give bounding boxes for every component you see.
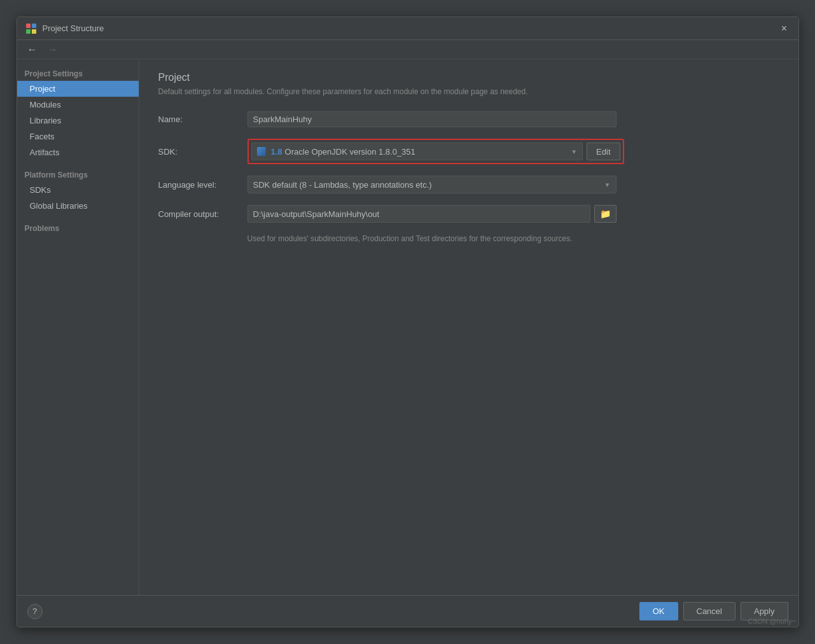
content-area: Project Settings Project Modules Librari… (17, 59, 798, 595)
svg-rect-1 (32, 24, 36, 28)
help-button[interactable]: ? (27, 604, 43, 619)
main-panel: Project Default settings for all modules… (139, 59, 798, 595)
sdk-label: SDK: (158, 147, 247, 157)
language-dropdown[interactable]: SDK default (8 - Lambdas, type annotatio… (247, 176, 616, 193)
output-row: Compiler output: 📁 (158, 205, 779, 223)
language-control: SDK default (8 - Lambdas, type annotatio… (247, 176, 616, 193)
section-title: Project (158, 72, 779, 83)
sdk-icon (257, 147, 266, 156)
language-value: SDK default (8 - Lambdas, type annotatio… (253, 180, 432, 190)
platform-settings-label: Platform Settings (17, 163, 139, 182)
problems-label: Problems (17, 216, 139, 235)
sidebar-item-project[interactable]: Project (17, 81, 139, 97)
close-button[interactable]: × (778, 22, 791, 35)
sidebar-item-artifacts[interactable]: Artifacts (17, 144, 139, 160)
output-note: Used for modules' subdirectories, Produc… (247, 234, 779, 243)
sidebar-item-facets[interactable]: Facets (17, 129, 139, 144)
dialog-title: Project Structure (43, 24, 104, 33)
name-control (247, 111, 616, 127)
watermark: CSDN @huhy~ (748, 617, 796, 625)
sdk-chevron-icon: ▼ (571, 148, 577, 155)
folder-button[interactable]: 📁 (594, 205, 616, 223)
sdk-wrapper: 1.8 Oracle OpenJDK version 1.8.0_351 ▼ E… (247, 139, 624, 164)
name-input[interactable] (247, 111, 616, 127)
app-icon (25, 22, 38, 35)
footer-left: ? (27, 604, 43, 619)
svg-rect-3 (32, 29, 36, 34)
sidebar: Project Settings Project Modules Librari… (17, 59, 139, 595)
sidebar-item-libraries[interactable]: Libraries (17, 113, 139, 129)
sdk-row: SDK: 1.8 Oracle OpenJDK version 1.8.0_35… (158, 139, 779, 164)
sdk-version-badge: 1.8 (271, 147, 282, 157)
sdk-select-text: 1.8 Oracle OpenJDK version 1.8.0_351 (257, 147, 415, 157)
sdk-detail: Oracle OpenJDK version 1.8.0_351 (285, 147, 415, 157)
nav-bar: ← → (17, 40, 798, 59)
output-control: 📁 (247, 205, 616, 223)
language-label: Language level: (158, 180, 247, 190)
ok-button[interactable]: OK (639, 602, 678, 620)
language-row: Language level: SDK default (8 - Lambdas… (158, 176, 779, 193)
title-bar-left: Project Structure (25, 22, 104, 35)
svg-rect-2 (26, 29, 31, 34)
folder-icon: 📁 (600, 209, 611, 219)
output-input[interactable] (247, 205, 590, 223)
footer: ? OK Cancel Apply (17, 595, 798, 627)
section-desc: Default settings for all modules. Config… (158, 87, 779, 96)
svg-rect-0 (26, 24, 31, 28)
language-chevron-icon: ▼ (604, 181, 611, 188)
cancel-button[interactable]: Cancel (683, 602, 735, 620)
project-structure-dialog: Project Structure × ← → Project Settings… (17, 17, 799, 627)
title-bar: Project Structure × (17, 17, 798, 40)
sidebar-item-modules[interactable]: Modules (17, 97, 139, 113)
sdk-dropdown[interactable]: 1.8 Oracle OpenJDK version 1.8.0_351 ▼ (251, 143, 583, 160)
edit-button[interactable]: Edit (587, 143, 620, 160)
forward-button[interactable]: → (45, 43, 60, 57)
output-label: Compiler output: (158, 209, 247, 219)
name-label: Name: (158, 115, 247, 124)
sidebar-item-global-libraries[interactable]: Global Libraries (17, 198, 139, 214)
sidebar-item-sdks[interactable]: SDKs (17, 182, 139, 198)
project-settings-label: Project Settings (17, 64, 139, 81)
back-button[interactable]: ← (25, 43, 40, 57)
name-row: Name: (158, 111, 779, 127)
